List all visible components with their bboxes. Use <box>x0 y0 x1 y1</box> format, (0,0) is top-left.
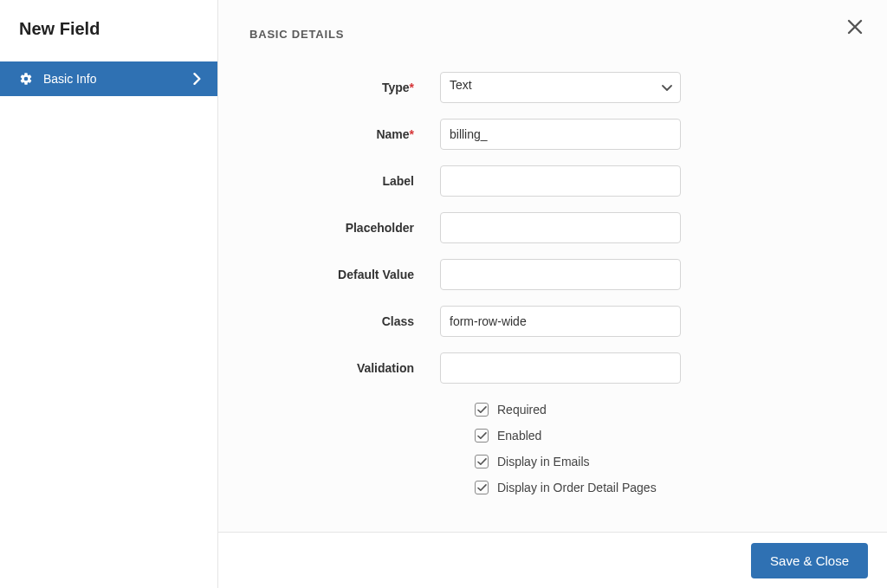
sidebar-item-label: Basic Info <box>43 72 96 86</box>
close-icon <box>847 24 863 37</box>
checkbox-label: Enabled <box>497 429 541 443</box>
checkbox-label: Display in Order Detail Pages <box>497 481 657 494</box>
required-checkbox[interactable] <box>475 403 489 417</box>
class-field[interactable] <box>440 306 681 337</box>
required-asterisk: * <box>410 81 414 94</box>
field-label: Type <box>382 81 410 94</box>
checkbox-row-display-order: Display in Order Detail Pages <box>475 481 856 494</box>
save-close-button[interactable]: Save & Close <box>751 543 868 578</box>
enabled-checkbox[interactable] <box>475 429 489 443</box>
checkbox-row-enabled: Enabled <box>475 429 856 443</box>
section-title: BASIC DETAILS <box>249 28 856 41</box>
checkbox-label: Required <box>497 403 547 417</box>
field-row-validation: Validation <box>284 352 856 384</box>
validation-field[interactable] <box>440 352 681 384</box>
type-select-value: Text <box>440 72 681 103</box>
name-field[interactable] <box>440 119 681 150</box>
sidebar: New Field Basic Info <box>0 0 218 588</box>
footer: Save & Close <box>218 532 887 588</box>
field-label: Validation <box>357 361 414 375</box>
field-row-class: Class <box>284 306 856 337</box>
checkbox-label: Display in Emails <box>497 455 590 468</box>
field-label: Name <box>376 127 409 141</box>
field-row-type: Type* Text <box>284 72 856 103</box>
sidebar-item-basic-info[interactable]: Basic Info <box>0 61 217 96</box>
close-button[interactable] <box>842 14 868 42</box>
checkbox-row-display-emails: Display in Emails <box>475 455 856 468</box>
field-row-placeholder: Placeholder <box>284 212 856 243</box>
field-label: Placeholder <box>346 221 414 235</box>
default-value-field[interactable] <box>440 259 681 290</box>
field-row-default: Default Value <box>284 259 856 290</box>
checkbox-row-required: Required <box>475 403 856 417</box>
field-label: Label <box>382 174 414 188</box>
gear-icon <box>19 72 33 86</box>
label-field[interactable] <box>440 165 681 197</box>
field-label: Default Value <box>338 268 414 281</box>
main-panel: BASIC DETAILS Type* Text Name* Label <box>218 0 887 532</box>
chevron-right-icon <box>193 73 202 85</box>
type-select[interactable]: Text <box>440 72 681 103</box>
field-row-label: Label <box>284 165 856 197</box>
display-order-checkbox[interactable] <box>475 481 489 494</box>
field-row-name: Name* <box>284 119 856 150</box>
field-label: Class <box>382 314 414 328</box>
page-title: New Field <box>0 0 217 61</box>
required-asterisk: * <box>410 127 414 141</box>
placeholder-field[interactable] <box>440 212 681 243</box>
display-emails-checkbox[interactable] <box>475 455 489 468</box>
